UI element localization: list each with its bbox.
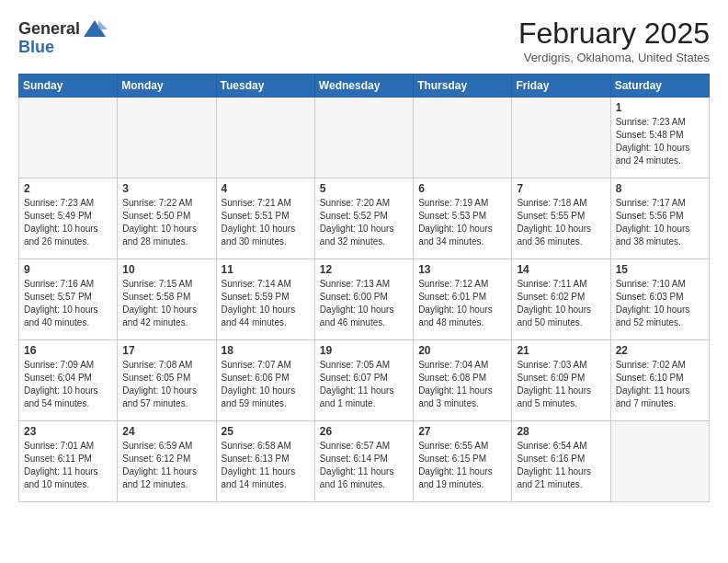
day-info: Sunrise: 6:54 AM Sunset: 6:16 PM Dayligh… — [517, 440, 605, 491]
day-cell: 28Sunrise: 6:54 AM Sunset: 6:16 PM Dayli… — [512, 421, 610, 502]
day-info: Sunrise: 6:57 AM Sunset: 6:14 PM Dayligh… — [320, 440, 408, 491]
day-number: 27 — [418, 425, 506, 438]
day-cell: 10Sunrise: 7:15 AM Sunset: 5:58 PM Dayli… — [118, 259, 216, 340]
day-info: Sunrise: 7:05 AM Sunset: 6:07 PM Dayligh… — [320, 359, 408, 410]
day-number: 26 — [320, 425, 408, 438]
day-cell: 23Sunrise: 7:01 AM Sunset: 6:11 PM Dayli… — [19, 421, 118, 502]
day-cell: 15Sunrise: 7:10 AM Sunset: 6:03 PM Dayli… — [610, 259, 709, 340]
day-cell — [19, 98, 118, 178]
title-block: February 2025 Verdigris, Oklahoma, Unite… — [518, 17, 710, 64]
weekday-header-wednesday: Wednesday — [314, 75, 413, 98]
page: General Blue February 2025 Verdigris, Ok… — [0, 0, 728, 513]
day-number: 15 — [616, 263, 704, 276]
day-info: Sunrise: 7:02 AM Sunset: 6:10 PM Dayligh… — [616, 359, 704, 410]
day-cell: 5Sunrise: 7:20 AM Sunset: 5:52 PM Daylig… — [314, 178, 413, 259]
day-cell — [414, 98, 512, 178]
day-cell — [118, 98, 216, 178]
weekday-header-thursday: Thursday — [414, 75, 512, 98]
day-info: Sunrise: 7:03 AM Sunset: 6:09 PM Dayligh… — [517, 359, 605, 410]
day-info: Sunrise: 7:04 AM Sunset: 6:08 PM Dayligh… — [418, 359, 506, 410]
day-info: Sunrise: 6:58 AM Sunset: 6:13 PM Dayligh… — [222, 440, 310, 491]
day-number: 1 — [616, 101, 704, 114]
day-number: 4 — [222, 182, 310, 195]
week-row-4: 16Sunrise: 7:09 AM Sunset: 6:04 PM Dayli… — [19, 340, 710, 421]
day-info: Sunrise: 7:18 AM Sunset: 5:55 PM Dayligh… — [517, 197, 605, 248]
day-info: Sunrise: 7:15 AM Sunset: 5:58 PM Dayligh… — [122, 278, 210, 329]
day-number: 20 — [418, 344, 506, 357]
week-row-3: 9Sunrise: 7:16 AM Sunset: 5:57 PM Daylig… — [19, 259, 710, 340]
day-cell — [216, 98, 314, 178]
day-number: 14 — [517, 263, 605, 276]
day-cell: 8Sunrise: 7:17 AM Sunset: 5:56 PM Daylig… — [610, 178, 709, 259]
day-info: Sunrise: 7:14 AM Sunset: 5:59 PM Dayligh… — [222, 278, 310, 329]
day-number: 7 — [517, 182, 605, 195]
location: Verdigris, Oklahoma, United States — [518, 51, 710, 64]
day-info: Sunrise: 7:19 AM Sunset: 5:53 PM Dayligh… — [418, 197, 506, 248]
day-cell: 12Sunrise: 7:13 AM Sunset: 6:00 PM Dayli… — [314, 259, 413, 340]
day-info: Sunrise: 6:55 AM Sunset: 6:15 PM Dayligh… — [418, 440, 506, 491]
day-cell: 18Sunrise: 7:07 AM Sunset: 6:06 PM Dayli… — [216, 340, 314, 421]
day-info: Sunrise: 7:01 AM Sunset: 6:11 PM Dayligh… — [24, 440, 112, 491]
day-cell: 20Sunrise: 7:04 AM Sunset: 6:08 PM Dayli… — [414, 340, 512, 421]
day-info: Sunrise: 7:11 AM Sunset: 6:02 PM Dayligh… — [517, 278, 605, 329]
day-number: 3 — [122, 182, 210, 195]
day-cell: 13Sunrise: 7:12 AM Sunset: 6:01 PM Dayli… — [414, 259, 512, 340]
day-cell: 19Sunrise: 7:05 AM Sunset: 6:07 PM Dayli… — [314, 340, 413, 421]
day-cell: 26Sunrise: 6:57 AM Sunset: 6:14 PM Dayli… — [314, 421, 413, 502]
day-info: Sunrise: 7:22 AM Sunset: 5:50 PM Dayligh… — [122, 197, 210, 248]
day-cell: 16Sunrise: 7:09 AM Sunset: 6:04 PM Dayli… — [19, 340, 118, 421]
day-cell: 1Sunrise: 7:23 AM Sunset: 5:48 PM Daylig… — [610, 98, 709, 178]
day-cell: 14Sunrise: 7:11 AM Sunset: 6:02 PM Dayli… — [512, 259, 610, 340]
day-number: 10 — [122, 263, 210, 276]
day-cell — [610, 421, 709, 502]
day-info: Sunrise: 7:23 AM Sunset: 5:48 PM Dayligh… — [616, 116, 704, 167]
weekday-header-monday: Monday — [118, 75, 216, 98]
day-cell: 25Sunrise: 6:58 AM Sunset: 6:13 PM Dayli… — [216, 421, 314, 502]
day-cell — [512, 98, 610, 178]
logo-blue-text: Blue — [18, 38, 54, 56]
day-number: 17 — [122, 344, 210, 357]
day-info: Sunrise: 7:07 AM Sunset: 6:06 PM Dayligh… — [222, 359, 310, 410]
day-number: 18 — [222, 344, 310, 357]
day-number: 24 — [122, 425, 210, 438]
day-info: Sunrise: 7:10 AM Sunset: 6:03 PM Dayligh… — [616, 278, 704, 329]
logo-general-text: General — [18, 20, 80, 39]
day-number: 9 — [24, 263, 112, 276]
week-row-2: 2Sunrise: 7:23 AM Sunset: 5:49 PM Daylig… — [19, 178, 710, 259]
logo: General Blue — [18, 17, 108, 57]
weekday-header-row: SundayMondayTuesdayWednesdayThursdayFrid… — [19, 75, 710, 98]
day-number: 22 — [616, 344, 704, 357]
day-number: 2 — [24, 182, 112, 195]
day-number: 12 — [320, 263, 408, 276]
day-cell: 6Sunrise: 7:19 AM Sunset: 5:53 PM Daylig… — [414, 178, 512, 259]
day-cell: 27Sunrise: 6:55 AM Sunset: 6:15 PM Dayli… — [414, 421, 512, 502]
day-number: 13 — [418, 263, 506, 276]
month-title: February 2025 — [518, 17, 710, 51]
day-number: 8 — [616, 182, 704, 195]
day-number: 21 — [517, 344, 605, 357]
day-number: 11 — [222, 263, 310, 276]
day-cell — [314, 98, 413, 178]
day-number: 5 — [320, 182, 408, 195]
day-cell: 21Sunrise: 7:03 AM Sunset: 6:09 PM Dayli… — [512, 340, 610, 421]
header: General Blue February 2025 Verdigris, Ok… — [18, 17, 710, 64]
day-info: Sunrise: 6:59 AM Sunset: 6:12 PM Dayligh… — [122, 440, 210, 491]
day-number: 25 — [222, 425, 310, 438]
day-cell: 24Sunrise: 6:59 AM Sunset: 6:12 PM Dayli… — [118, 421, 216, 502]
day-cell: 11Sunrise: 7:14 AM Sunset: 5:59 PM Dayli… — [216, 259, 314, 340]
day-info: Sunrise: 7:08 AM Sunset: 6:05 PM Dayligh… — [122, 359, 210, 410]
weekday-header-friday: Friday — [512, 75, 610, 98]
weekday-header-saturday: Saturday — [610, 75, 709, 98]
day-info: Sunrise: 7:13 AM Sunset: 6:00 PM Dayligh… — [320, 278, 408, 329]
day-info: Sunrise: 7:23 AM Sunset: 5:49 PM Dayligh… — [24, 197, 112, 248]
weekday-header-tuesday: Tuesday — [216, 75, 314, 98]
day-cell: 9Sunrise: 7:16 AM Sunset: 5:57 PM Daylig… — [19, 259, 118, 340]
svg-marker-1 — [98, 20, 108, 29]
week-row-5: 23Sunrise: 7:01 AM Sunset: 6:11 PM Dayli… — [19, 421, 710, 502]
day-cell: 3Sunrise: 7:22 AM Sunset: 5:50 PM Daylig… — [118, 178, 216, 259]
day-info: Sunrise: 7:12 AM Sunset: 6:01 PM Dayligh… — [418, 278, 506, 329]
day-cell: 4Sunrise: 7:21 AM Sunset: 5:51 PM Daylig… — [216, 178, 314, 259]
day-info: Sunrise: 7:21 AM Sunset: 5:51 PM Dayligh… — [222, 197, 310, 248]
day-info: Sunrise: 7:17 AM Sunset: 5:56 PM Dayligh… — [616, 197, 704, 248]
day-cell: 17Sunrise: 7:08 AM Sunset: 6:05 PM Dayli… — [118, 340, 216, 421]
